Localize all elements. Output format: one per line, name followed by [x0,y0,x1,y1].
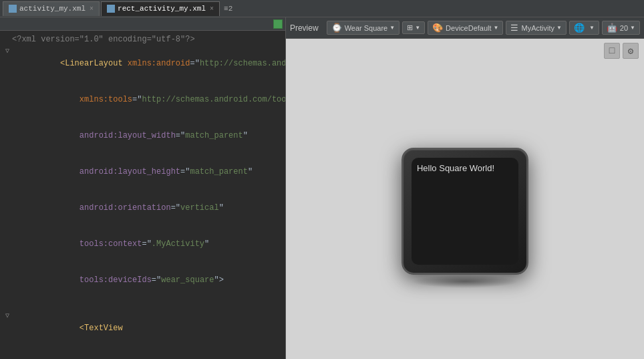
xml-file-icon-2 [107,5,115,13]
code-content-2: <LinearLayout xmlns:android="http://sche… [12,45,285,82]
device-wrapper: Hello Square World! [401,148,528,275]
locale-chevron: ▼ [589,25,595,31]
wear-square-chevron: ▼ [389,25,395,31]
green-indicator [273,19,283,29]
device-container: Hello Square World! [286,63,644,359]
tab-label-2: rect_activity_my.xml [118,5,206,13]
device-default-label: DeviceDefault [446,24,491,32]
tab-close-button-2[interactable]: × [210,5,214,13]
preview-content: □ ⚙ Hello Square World! [286,39,644,359]
code-line-10: ▽ <TextView [0,310,285,346]
api-level-chevron: ▼ [630,25,635,31]
device-icon: ⌚ [331,23,342,33]
preview-panel: Preview ⌚ Wear Square ▼ ⊞ ▼ 🎨 DeviceDefa… [286,17,644,359]
tab-rect-activity-xml[interactable]: rect_activity_my.xml × [101,1,220,16]
code-content-5: android:layout_height="match_parent" [12,154,283,190]
code-content-10: <TextView [12,310,283,346]
code-content-3: xmlns:tools="http://schemas.android.com/… [12,82,285,118]
xml-file-icon [9,5,17,13]
code-content-8: tools:deviceIds="wear_square"> [12,262,283,298]
device-selector-button[interactable]: ⌚ Wear Square ▼ [327,21,400,35]
api-level-button[interactable]: 🤖 20 ▼ [602,21,640,35]
wear-square-mockup: Hello Square World! [401,148,528,275]
code-content-7: tools:context=".MyActivity" [12,226,283,262]
tab-label: activity_my.xml [19,5,86,13]
device-hello-text: Hello Square World! [417,163,494,173]
code-content-6: android:orientation="vertical" [12,190,283,226]
code-line-6: android:orientation="vertical" [0,190,285,226]
my-activity-chevron: ▼ [556,25,562,31]
code-line-8: tools:deviceIds="wear_square"> [0,262,285,298]
code-content-9 [12,298,283,310]
device-shadow [412,275,518,288]
code-line-7: tools:context=".MyActivity" [0,226,285,262]
tab-close-button[interactable]: × [90,5,94,13]
code-line-9 [0,298,285,310]
preview-top-controls: □ ⚙ [286,39,644,63]
device-default-chevron: ▼ [494,25,499,31]
device-screen: Hello Square World! [412,158,518,265]
api-level-label: 20 [620,24,628,32]
fold-icon-2[interactable]: ▽ [3,45,12,57]
code-line-2: ▽ <LinearLayout xmlns:android="http://sc… [0,45,285,82]
layout-icon: ⊞ [407,23,413,32]
tab-activity-xml[interactable]: activity_my.xml × [3,1,100,16]
editor-panel: <?xml version="1.0" encoding="utf-8"?> ▽… [0,17,286,359]
globe-icon: 🌐 [574,23,585,33]
code-line-3: xmlns:tools="http://schemas.android.com/… [0,82,285,118]
android-icon: 🤖 [607,23,617,33]
locale-selector-button[interactable]: 🌐 ▼ [569,21,599,35]
code-content-4: android:layout_width="match_parent" [12,118,283,154]
code-content-1: <?xml version="1.0" encoding="utf-8"?> [12,33,283,45]
code-line-1: <?xml version="1.0" encoding="utf-8"?> [0,33,285,45]
theme-icon: 🎨 [432,23,443,33]
theme-selector-button[interactable]: 🎨 DeviceDefault ▼ [428,21,503,35]
my-activity-label: MyActivity [521,24,554,32]
tab-bar: activity_my.xml × rect_activity_my.xml ×… [0,0,644,17]
main-container: <?xml version="1.0" encoding="utf-8"?> ▽… [0,17,644,359]
code-line-11: android:id="@+id/text" [0,346,285,359]
code-line-5: android:layout_height="match_parent" [0,154,285,190]
layout-toggle-button[interactable]: ⊞ ▼ [402,21,425,34]
tab-overflow[interactable]: ≡2 [224,5,232,13]
layout-chevron: ▼ [415,25,420,31]
editor-toolbar [0,17,285,31]
fold-icon-10[interactable]: ▽ [3,310,12,322]
zoom-button[interactable]: □ [604,43,620,59]
activity-selector-button[interactable]: ☰ MyActivity ▼ [506,21,566,35]
code-content-11: android:id="@+id/text" [12,346,283,359]
code-editor[interactable]: <?xml version="1.0" encoding="utf-8"?> ▽… [0,31,285,359]
settings-button[interactable]: ⚙ [623,43,639,59]
wear-square-label: Wear Square [345,24,388,32]
code-line-4: android:layout_width="match_parent" [0,118,285,154]
preview-toolbar: Preview ⌚ Wear Square ▼ ⊞ ▼ 🎨 DeviceDefa… [286,17,644,39]
activity-icon: ☰ [510,23,518,33]
preview-label: Preview [290,23,319,33]
